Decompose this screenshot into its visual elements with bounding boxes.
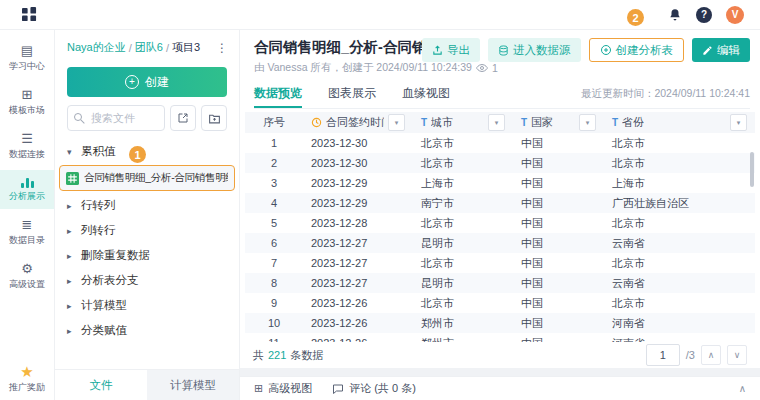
table-cell: 中国 (513, 316, 604, 331)
column-header-city[interactable]: T城市▾ (413, 112, 513, 133)
tab-chart-display[interactable]: 图表展示 (328, 80, 376, 108)
more-options-icon[interactable]: ⋮ (216, 41, 229, 55)
table-cell: 2023-12-27 (303, 277, 413, 289)
user-avatar[interactable]: V (726, 6, 744, 24)
table-row[interactable]: 112023-12-26郑州市中国河南省 (245, 333, 755, 342)
column-header-contract_sign_time[interactable]: 合同签约时间▾ (303, 112, 413, 133)
tree-group[interactable]: ▸行转列 (55, 193, 239, 218)
table-cell: 郑州市 (413, 316, 513, 331)
chevron-right-icon: ▸ (67, 276, 75, 286)
table-cell: 3 (245, 177, 303, 189)
tree-item-analysis-table[interactable]: 合同销售明细_分析-合同销售明细 (59, 165, 235, 191)
table-cell: 南宁市 (413, 196, 513, 211)
page-up-button[interactable]: ∧ (701, 345, 721, 365)
create-analysis-table-button[interactable]: 创建分析表 (589, 38, 685, 62)
table-cell: 2023-12-26 (303, 317, 413, 329)
help-icon[interactable]: ? (696, 7, 712, 23)
breadcrumb-separator: / (129, 42, 132, 54)
sidebar-item-analysis-display[interactable]: 分析展示 (0, 170, 54, 209)
folder-plus-icon (208, 112, 221, 125)
tree-group-label: 行转列 (81, 198, 116, 213)
notification-bell-icon[interactable] (668, 8, 682, 22)
column-header-country[interactable]: T国家▾ (513, 112, 604, 133)
tab-data-preview[interactable]: 数据预览 (254, 80, 302, 108)
tree-group[interactable]: ▸列转行 (55, 218, 239, 243)
table-row[interactable]: 12023-12-30北京市中国北京市 (245, 133, 755, 153)
table-cell: 上海市 (413, 176, 513, 191)
column-label: 省份 (622, 115, 644, 130)
breadcrumb-org[interactable]: Naya的企业 (67, 40, 126, 55)
table-row[interactable]: 22023-12-30北京市中国北京市 (245, 153, 755, 173)
page-input[interactable] (646, 344, 680, 366)
table-row[interactable]: 32023-12-29上海市中国上海市 (245, 173, 755, 193)
tree-group-label: 计算模型 (81, 298, 127, 313)
sidebar-item-learning-center[interactable]: ▤学习中心 (0, 38, 54, 79)
app-logo-icon[interactable] (22, 7, 37, 22)
search-input[interactable] (89, 111, 158, 125)
tree-group[interactable]: ▸计算模型 (55, 293, 239, 318)
open-external-button[interactable] (170, 105, 196, 131)
tab-calc-model[interactable]: 计算模型 (147, 370, 239, 400)
table-row[interactable]: 62023-12-27昆明市中国云南省 (245, 233, 755, 253)
table-cell: 中国 (513, 216, 604, 231)
sidebar-item-template-market[interactable]: ⊞模板市场 (0, 82, 54, 123)
table-cell: 2023-12-30 (303, 157, 413, 169)
tree-group[interactable]: ▸分析表分支 (55, 268, 239, 293)
analysis-icon (21, 176, 34, 188)
export-button[interactable]: 导出 (422, 38, 480, 62)
tree-group-label: 分析表分支 (81, 273, 139, 288)
table-row[interactable]: 42023-12-29南宁市中国广西壮族自治区 (245, 193, 755, 213)
sidebar-item-label: 推广奖励 (9, 381, 45, 394)
tab-files[interactable]: 文件 (55, 370, 147, 400)
sidebar-item-promotion-rewards[interactable]: ★ 推广奖励 (9, 364, 45, 394)
text-type-icon: T (421, 117, 427, 128)
tree-group[interactable]: ▸分类赋值 (55, 318, 239, 343)
tab-lineage-view[interactable]: 血缘视图 (402, 80, 450, 108)
datasource-icon (498, 45, 509, 56)
tree-group[interactable]: ▸删除重复数据 (55, 243, 239, 268)
new-folder-button[interactable] (201, 105, 227, 131)
page-down-button[interactable]: ∨ (727, 345, 747, 365)
table-cell: 2023-12-29 (303, 197, 413, 209)
filter-dropdown[interactable]: ▾ (488, 114, 505, 131)
table-row[interactable]: 102023-12-26郑州市中国河南省 (245, 313, 755, 333)
breadcrumb-team[interactable]: 团队6 (135, 40, 163, 55)
star-icon: ★ (20, 364, 33, 379)
comments-button[interactable]: 评论 (共 0 条) (332, 381, 416, 396)
plus-circle-icon (600, 44, 612, 56)
filter-dropdown[interactable]: ▾ (579, 114, 596, 131)
plus-icon: + (125, 75, 139, 89)
edit-button[interactable]: 编辑 (692, 38, 750, 62)
enter-datasource-button[interactable]: 进入数据源 (488, 38, 581, 62)
filter-dropdown[interactable]: ▾ (730, 114, 747, 131)
data-table: 序号合同签约时间▾T城市▾T国家▾T省份▾ 12023-12-30北京市中国北京… (245, 112, 755, 342)
sidebar-item-data-connection[interactable]: ☰数据连接 (0, 126, 54, 167)
table-row[interactable]: 72023-12-27北京市中国北京市 (245, 253, 755, 273)
collapse-panel-button[interactable]: ∧ (739, 383, 746, 394)
panel-bottom-tabs: 文件 计算模型 (55, 369, 239, 400)
table-cell: 8 (245, 277, 303, 289)
app-window: ? V ▤学习中心⊞模板市场☰数据连接分析展示≣数据目录⚙高级设置 ★ 推广奖励… (0, 0, 760, 400)
table-row[interactable]: 82023-12-27昆明市中国云南省 (245, 273, 755, 293)
nav-rail: ▤学习中心⊞模板市场☰数据连接分析展示≣数据目录⚙高级设置 ★ 推广奖励 (0, 30, 55, 400)
page-total: /3 (686, 349, 695, 361)
top-bar: ? V (0, 0, 760, 30)
table-cell: 中国 (513, 236, 604, 251)
table-row[interactable]: 92023-12-26北京市中国北京市 (245, 293, 755, 313)
sidebar-item-data-catalog[interactable]: ≣数据目录 (0, 212, 54, 253)
table-row[interactable]: 52023-12-28北京市中国北京市 (245, 213, 755, 233)
sidebar-item-advanced-settings[interactable]: ⚙高级设置 (0, 256, 54, 297)
eye-icon (476, 62, 488, 74)
sidebar-item-label: 数据目录 (9, 234, 45, 247)
tree-group[interactable]: ▾累积值 (55, 139, 239, 164)
column-header-province[interactable]: T省份▾ (604, 112, 755, 133)
advanced-view-button[interactable]: ⊞ 高级视图 (254, 381, 312, 396)
table-scrollbar[interactable] (750, 152, 754, 187)
table-cell: 中国 (513, 276, 604, 291)
filter-dropdown[interactable]: ▾ (388, 114, 405, 131)
table-cell: 北京市 (604, 296, 755, 311)
table-cell: 2023-12-30 (303, 137, 413, 149)
table-cell: 5 (245, 217, 303, 229)
create-button[interactable]: + 创建 (67, 67, 227, 97)
table-cell: 2023-12-27 (303, 237, 413, 249)
